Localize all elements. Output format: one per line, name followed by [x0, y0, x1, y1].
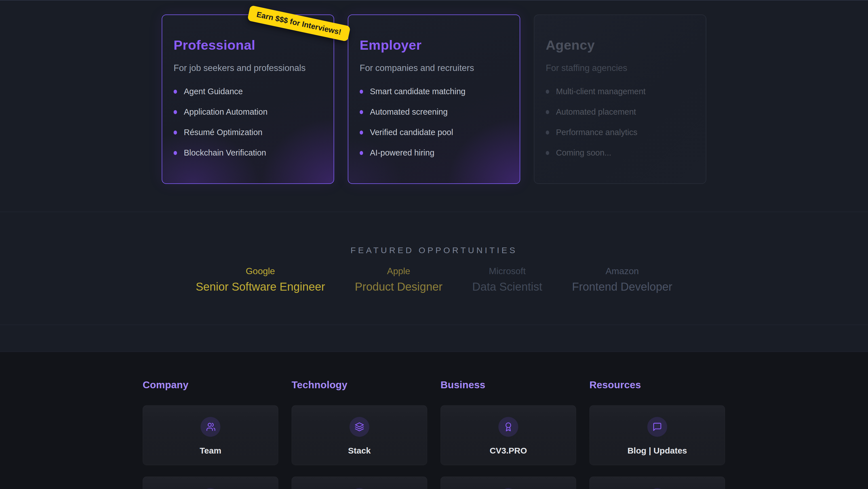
footer-grid: Company Team Technology Stack	[143, 352, 725, 489]
plan-feature-label: Smart candidate matching	[370, 87, 465, 96]
plan-card-professional[interactable]: Professional For job seekers and profess…	[162, 15, 334, 184]
bullet-icon	[174, 90, 177, 94]
plan-feature: Performance analytics	[546, 128, 694, 137]
plan-feature-label: AI-powered hiring	[370, 148, 434, 157]
plan-card-content: Professional For job seekers and profess…	[174, 37, 322, 157]
plan-title: Professional	[174, 37, 322, 53]
plan-feature: Verified candidate pool	[360, 128, 508, 137]
featured-role: Data Scientist	[472, 280, 542, 293]
plan-feature: Smart candidate matching	[360, 87, 508, 96]
footer-card-partial[interactable]	[440, 477, 576, 489]
plans-row: Professional For job seekers and profess…	[0, 15, 868, 184]
footer-card-team[interactable]: Team	[143, 405, 278, 465]
bullet-icon	[360, 110, 363, 114]
featured-heading: FEATURED OPPORTUNITIES	[0, 212, 868, 255]
featured-role: Product Designer	[355, 280, 442, 293]
plan-title: Employer	[360, 37, 508, 53]
bullet-icon	[546, 110, 549, 114]
plan-feature-label: Multi-client management	[556, 87, 646, 96]
plan-feature-label: Performance analytics	[556, 128, 638, 137]
layers-icon	[349, 417, 369, 437]
footer-card-label: Team	[143, 446, 278, 456]
landing-page: Earn $$$ for Interviews! Professional Fo…	[0, 0, 868, 489]
bullet-icon	[546, 151, 549, 155]
plan-description: For job seekers and professionals	[174, 63, 322, 73]
footer-column-technology: Technology Stack	[291, 379, 427, 489]
plan-feature: Blockchain Verification	[174, 149, 322, 157]
site-footer: Company Team Technology Stack	[0, 352, 868, 489]
plan-feature: Coming soon...	[546, 149, 694, 157]
plan-feature: Résumé Optimization	[174, 128, 322, 137]
bullet-icon	[546, 131, 549, 135]
footer-card-partial[interactable]	[589, 477, 725, 489]
plan-feature: AI-powered hiring	[360, 149, 508, 157]
footer-card-partial[interactable]	[291, 477, 427, 489]
footer-column-heading: Resources	[589, 379, 725, 391]
plan-feature-label: Résumé Optimization	[184, 128, 262, 137]
footer-card-label: Stack	[292, 446, 427, 456]
users-icon	[200, 417, 220, 437]
featured-company: Microsoft	[472, 266, 542, 277]
plan-feature-label: Verified candidate pool	[370, 128, 453, 137]
plan-feature-label: Blockchain Verification	[184, 148, 266, 157]
plan-feature-label: Automated placement	[556, 107, 636, 117]
featured-item-microsoft[interactable]: Microsoft Data Scientist	[472, 266, 542, 293]
plan-description: For staffing agencies	[546, 63, 694, 73]
plan-feature: Automated placement	[546, 108, 694, 116]
featured-company: Google	[196, 266, 325, 277]
footer-card-partial[interactable]	[143, 477, 278, 489]
bullet-icon	[546, 90, 549, 94]
footer-column-business: Business CV3.PRO	[440, 379, 576, 489]
message-icon	[647, 417, 667, 437]
plan-feature-list: Multi-client management Automated placem…	[546, 87, 694, 157]
footer-column-heading: Business	[440, 379, 576, 391]
featured-opportunities-section: FEATURED OPPORTUNITIES Google Senior Sof…	[0, 212, 868, 325]
footer-column-heading: Technology	[291, 379, 427, 391]
bullet-icon	[174, 151, 177, 155]
plan-feature-label: Agent Guidance	[184, 87, 243, 96]
plans-section: Earn $$$ for Interviews! Professional Fo…	[0, 1, 868, 212]
footer-column-heading: Company	[143, 379, 278, 391]
footer-card-stack[interactable]: Stack	[291, 405, 427, 465]
bullet-icon	[360, 151, 363, 155]
plan-feature: Multi-client management	[546, 87, 694, 96]
footer-card-label: Blog | Updates	[590, 446, 725, 456]
plan-feature: Application Automation	[174, 108, 322, 116]
plan-feature-label: Automated screening	[370, 107, 447, 117]
plan-feature: Automated screening	[360, 108, 508, 116]
plan-feature-label: Coming soon...	[556, 148, 611, 157]
featured-carousel: Google Senior Software Engineer Apple Pr…	[0, 266, 868, 293]
featured-item-apple[interactable]: Apple Product Designer	[355, 266, 442, 293]
footer-card-cv3pro[interactable]: CV3.PRO	[440, 405, 576, 465]
plan-description: For companies and recruiters	[360, 63, 508, 73]
plan-feature-list: Agent Guidance Application Automation Ré…	[174, 87, 322, 157]
bullet-icon	[360, 131, 363, 135]
featured-role: Frontend Developer	[572, 280, 673, 293]
plan-card-content: Agency For staffing agencies Multi-clien…	[546, 37, 694, 157]
featured-company: Apple	[355, 266, 442, 277]
plan-card-content: Employer For companies and recruiters Sm…	[360, 37, 508, 157]
plan-feature: Agent Guidance	[174, 87, 322, 96]
plan-card-employer[interactable]: Employer For companies and recruiters Sm…	[348, 15, 520, 184]
plan-feature-label: Application Automation	[184, 107, 268, 117]
featured-item-google[interactable]: Google Senior Software Engineer	[196, 266, 325, 293]
footer-column-resources: Resources Blog | Updates	[589, 379, 725, 489]
footer-card-label: CV3.PRO	[441, 446, 576, 456]
bullet-icon	[174, 110, 177, 114]
bullet-icon	[360, 90, 363, 94]
plan-feature-list: Smart candidate matching Automated scree…	[360, 87, 508, 157]
award-icon	[498, 417, 518, 437]
plan-card-agency: Agency For staffing agencies Multi-clien…	[534, 15, 706, 184]
bullet-icon	[174, 131, 177, 135]
featured-item-amazon[interactable]: Amazon Frontend Developer	[572, 266, 673, 293]
featured-company: Amazon	[572, 266, 673, 277]
featured-role: Senior Software Engineer	[196, 280, 325, 293]
footer-column-company: Company Team	[143, 379, 278, 489]
plan-title: Agency	[546, 37, 694, 53]
section-spacer	[0, 325, 868, 352]
footer-card-blog-updates[interactable]: Blog | Updates	[589, 405, 725, 465]
